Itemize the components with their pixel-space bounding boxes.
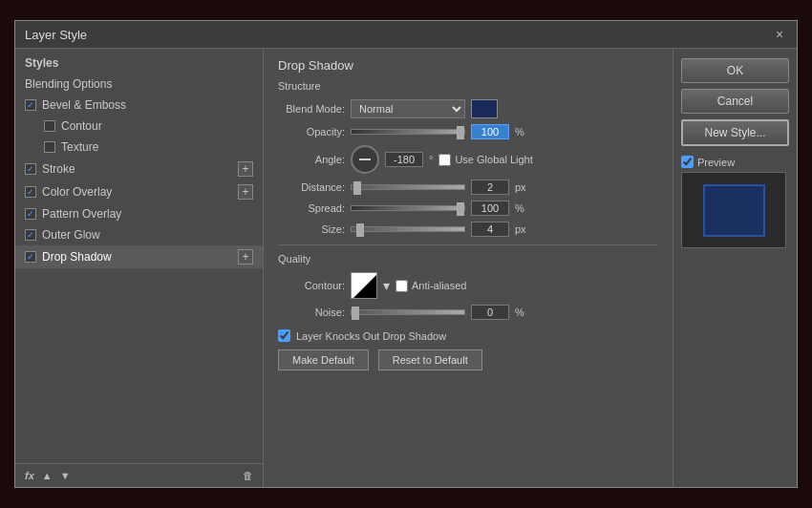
contour-checkbox[interactable]	[44, 120, 55, 132]
distance-slider-thumb[interactable]	[353, 181, 361, 195]
section-title: Drop Shadow	[278, 58, 658, 73]
center-panel: Drop Shadow Structure Blend Mode: Normal…	[264, 49, 673, 487]
spread-input[interactable]	[471, 201, 509, 216]
shadow-color-swatch[interactable]	[471, 99, 498, 118]
global-light-checkbox[interactable]	[438, 154, 451, 166]
action-buttons: Make Default Reset to Default	[278, 349, 658, 370]
new-style-button[interactable]: New Style...	[681, 119, 789, 146]
quality-label: Quality	[278, 253, 658, 265]
layer-knocks-checkbox[interactable]	[278, 329, 290, 342]
spread-slider-thumb[interactable]	[457, 202, 464, 216]
sidebar-item-pattern-overlay[interactable]: Pattern Overlay	[15, 203, 263, 224]
sidebar-item-stroke[interactable]: Stroke +	[15, 158, 263, 180]
noise-label: Noise:	[278, 307, 345, 318]
contour-dropdown-arrow[interactable]: ▾	[383, 278, 390, 293]
opacity-input[interactable]	[471, 124, 509, 139]
outer-glow-label: Outer Glow	[42, 228, 100, 242]
styles-panel: Styles Blending Options Bevel & Emboss C…	[15, 49, 264, 487]
preview-section: Preview	[681, 156, 789, 248]
outer-glow-checkbox[interactable]	[25, 229, 36, 241]
close-button[interactable]: ×	[772, 27, 787, 42]
angle-input[interactable]	[385, 152, 423, 167]
bottom-actions: Layer Knocks Out Drop Shadow Make Defaul…	[278, 329, 658, 370]
noise-row: Noise: %	[278, 305, 658, 320]
move-down-icon[interactable]: ▼	[60, 470, 71, 481]
preview-checkbox[interactable]	[681, 156, 694, 168]
size-label: Size:	[278, 223, 345, 235]
layer-knocks-label: Layer Knocks Out Drop Shadow	[296, 330, 446, 342]
size-slider-thumb[interactable]	[356, 223, 364, 237]
opacity-slider-track[interactable]	[351, 129, 465, 135]
styles-header: Styles	[15, 49, 263, 74]
bevel-emboss-label: Bevel & Emboss	[42, 98, 126, 112]
drop-shadow-add-button[interactable]: +	[238, 249, 253, 265]
fx-icon[interactable]: fx	[25, 470, 34, 481]
sidebar-item-drop-shadow[interactable]: Drop Shadow +	[15, 245, 263, 268]
spread-unit: %	[515, 202, 524, 214]
drop-shadow-checkbox[interactable]	[25, 251, 36, 263]
sidebar-item-outer-glow[interactable]: Outer Glow	[15, 224, 263, 245]
structure-label: Structure	[278, 80, 658, 92]
angle-unit: °	[429, 154, 433, 165]
texture-checkbox[interactable]	[44, 141, 55, 153]
sidebar-item-blending-options[interactable]: Blending Options	[15, 74, 263, 95]
make-default-button[interactable]: Make Default	[278, 349, 369, 370]
distance-slider-track[interactable]	[351, 184, 465, 190]
sidebar-item-bevel-emboss[interactable]: Bevel & Emboss	[15, 95, 263, 116]
blending-options-label: Blending Options	[25, 77, 112, 91]
cancel-button[interactable]: Cancel	[681, 89, 789, 114]
sidebar-item-texture[interactable]: Texture	[15, 137, 263, 158]
move-up-icon[interactable]: ▲	[42, 470, 53, 481]
drop-shadow-label: Drop Shadow	[42, 250, 112, 264]
delete-icon[interactable]: 🗑	[243, 470, 253, 481]
bevel-emboss-checkbox[interactable]	[25, 99, 36, 111]
texture-label: Texture	[61, 140, 98, 154]
preview-label: Preview	[681, 156, 789, 168]
stroke-checkbox[interactable]	[25, 163, 36, 175]
contour-label: Contour	[61, 119, 102, 133]
title-bar: Layer Style ×	[15, 21, 797, 49]
opacity-slider-thumb[interactable]	[457, 126, 464, 139]
dialog-body: Styles Blending Options Bevel & Emboss C…	[15, 49, 797, 487]
color-overlay-add-button[interactable]: +	[238, 184, 253, 200]
spread-slider-container	[351, 205, 465, 211]
preview-inner	[703, 184, 765, 237]
size-slider-track[interactable]	[351, 226, 465, 232]
angle-label: Angle:	[278, 154, 345, 165]
sidebar-item-color-overlay[interactable]: Color Overlay +	[15, 180, 263, 203]
pattern-overlay-label: Pattern Overlay	[42, 207, 121, 221]
dialog-title: Layer Style	[25, 28, 87, 42]
opacity-unit: %	[515, 126, 524, 138]
noise-slider-track[interactable]	[351, 309, 465, 315]
opacity-slider-container	[351, 129, 465, 135]
distance-slider-container	[351, 184, 465, 190]
global-light-label[interactable]: Use Global Light	[438, 154, 532, 166]
distance-row: Distance: px	[278, 180, 658, 195]
sidebar-item-contour[interactable]: Contour	[15, 116, 263, 137]
blend-mode-row: Blend Mode: NormalMultiplyScreenOverlayD…	[278, 99, 658, 118]
distance-input[interactable]	[471, 180, 509, 195]
color-overlay-checkbox[interactable]	[25, 186, 36, 198]
ok-button[interactable]: OK	[681, 58, 789, 83]
anti-alias-checkbox[interactable]	[395, 280, 408, 292]
angle-dial[interactable]	[351, 145, 379, 174]
styles-footer: fx ▲ ▼ 🗑	[15, 463, 263, 487]
noise-slider-container	[351, 309, 465, 315]
anti-alias-label[interactable]: Anti-aliased	[395, 280, 466, 292]
stroke-add-button[interactable]: +	[238, 161, 253, 177]
pattern-overlay-checkbox[interactable]	[25, 208, 36, 220]
reset-default-button[interactable]: Reset to Default	[378, 349, 482, 370]
preview-box	[681, 172, 786, 248]
spread-slider-track[interactable]	[351, 205, 465, 211]
layer-knocks-row[interactable]: Layer Knocks Out Drop Shadow	[278, 329, 658, 342]
noise-unit: %	[515, 307, 524, 318]
contour-thumbnail[interactable]	[351, 272, 377, 299]
size-input[interactable]	[471, 222, 509, 237]
svg-marker-0	[352, 273, 377, 299]
size-slider-container	[351, 226, 465, 232]
noise-input[interactable]	[471, 305, 509, 320]
size-row: Size: px	[278, 222, 658, 237]
blend-mode-select[interactable]: NormalMultiplyScreenOverlayDarkenLighten	[351, 99, 465, 118]
noise-slider-thumb[interactable]	[352, 307, 359, 320]
contour-label: Contour:	[278, 280, 345, 291]
